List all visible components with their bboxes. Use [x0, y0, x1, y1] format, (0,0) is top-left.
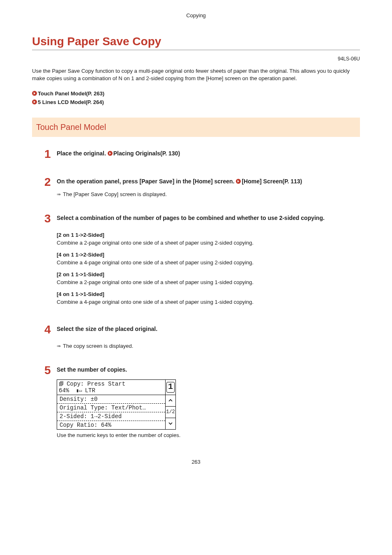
step-number: 3	[44, 213, 57, 224]
step-5: 5 Set the number of copies.	[44, 365, 360, 376]
paper-icon: ▮▭	[76, 388, 85, 394]
step-5-heading: Set the number of copies.	[57, 365, 360, 374]
play-icon	[32, 99, 37, 104]
step-2-result: ➠The [Paper Save Copy] screen is display…	[57, 191, 360, 197]
lcd-page-indicator: 1/2	[166, 407, 175, 418]
option-2on1-2sided: [2 on 1 1->2-Sided] Combine a 2-page ori…	[57, 232, 360, 246]
option-4on1-2sided: [4 on 1 1->2-Sided] Combine a 4-page ori…	[57, 252, 360, 266]
page-number: 263	[32, 459, 360, 465]
jump-link-touch-panel[interactable]: Touch Panel Model(P. 263)	[32, 90, 360, 98]
lcd-status-line: 64% ▮▭ LTR	[59, 387, 164, 394]
play-icon	[236, 179, 241, 184]
step-3-heading: Select a combination of the number of pa…	[57, 213, 360, 222]
lcd-item-copy-ratio: Copy Ratio: 64%	[57, 421, 165, 429]
lcd-copies: 1	[165, 380, 175, 395]
option-4on1-1sided: [4 on 1 1->1-Sided] Combine a 4-page ori…	[57, 291, 360, 305]
step-4-result: ➠The copy screen is displayed.	[57, 343, 360, 349]
arrow-icon: ➠	[57, 191, 61, 197]
copy-icon: 🗐	[59, 382, 67, 387]
chevron-down-icon	[166, 418, 175, 429]
chapter-header: Copying	[32, 12, 360, 18]
step-4-heading: Select the size of the placed original.	[57, 324, 360, 333]
step-3: 3 Select a combination of the number of …	[44, 213, 360, 224]
play-icon	[108, 151, 113, 156]
document-id: 94LS-06U	[32, 56, 360, 62]
page-title: Using Paper Save Copy	[32, 35, 360, 50]
lcd-title-line: 🗐 Copy: Press Start	[59, 381, 164, 387]
step-1-link[interactable]: Placing Originals(P. 130)	[113, 150, 180, 157]
step-2: 2 On the operation panel, press [Paper S…	[44, 176, 360, 188]
intro-paragraph: Use the Paper Save Copy function to copy…	[32, 67, 360, 82]
lcd-screenshot: 🗐 Copy: Press Start 64% ▮▭ LTR 1 Density…	[57, 379, 176, 430]
step-4: 4 Select the size of the placed original…	[44, 324, 360, 335]
option-2on1-1sided: [2 on 1 1->1-Sided] Combine a 2-page ori…	[57, 271, 360, 285]
jump-link-list: Touch Panel Model(P. 263) 5 Lines LCD Mo…	[32, 90, 360, 107]
step-1-text: Place the original.	[57, 150, 108, 157]
step-number: 4	[44, 324, 57, 335]
lcd-item-2sided: 2-Sided: 1→2-Sided	[57, 412, 165, 421]
step-number: 5	[44, 365, 57, 376]
jump-link-lcd[interactable]: 5 Lines LCD Model(P. 264)	[32, 98, 360, 107]
step-1: 1 Place the original. Placing Originals(…	[44, 148, 360, 160]
lcd-item-original-type: Original Type: Text/Phot…	[57, 404, 165, 412]
step-5-caption: Use the numeric keys to enter the number…	[57, 432, 360, 438]
lcd-item-density: Density: ±0	[57, 395, 165, 404]
section-heading: Touch Panel Model	[32, 118, 360, 137]
arrow-icon: ➠	[57, 343, 61, 349]
step-number: 1	[44, 148, 57, 160]
step-number: 2	[44, 176, 57, 188]
chevron-up-icon	[166, 395, 175, 407]
step-2-text: On the operation panel, press [Paper Sav…	[57, 178, 236, 185]
step-2-link[interactable]: [Home] Screen(P. 113)	[242, 178, 302, 185]
play-icon	[32, 91, 37, 96]
